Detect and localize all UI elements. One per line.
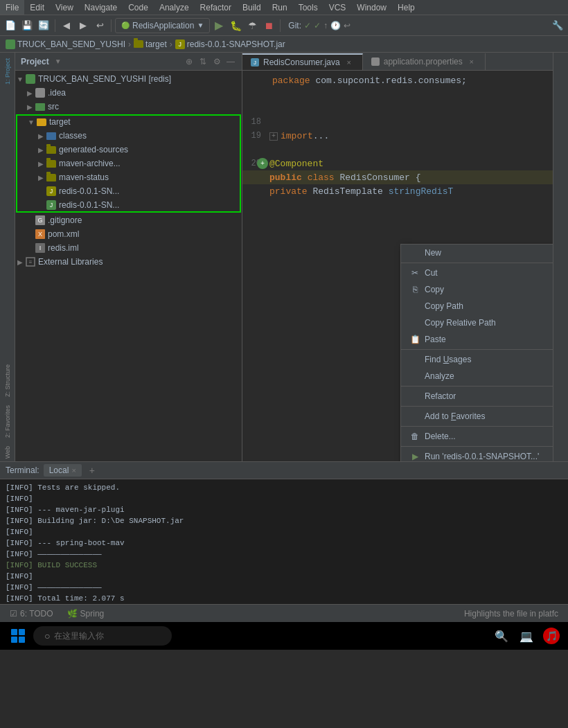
settings-btn[interactable]: 🔧 xyxy=(550,18,565,33)
menu-view[interactable]: View xyxy=(50,0,79,15)
fold-import[interactable]: + xyxy=(269,132,278,141)
back-btn[interactable]: ◀ xyxy=(59,18,74,33)
breadcrumb-project[interactable]: TRUCK_BAN_SEND_YUSHI xyxy=(6,39,125,49)
side-icon-web[interactable]: Web xyxy=(1,443,14,461)
annotation-icon: + xyxy=(257,158,268,169)
ctx-run[interactable]: ▶ Run 'redis-0.0.1-SNAPSHOT...' Ctrl+Shi… xyxy=(401,448,553,461)
tree-item-root[interactable]: ▼ TRUCK_BAN_SEND_YUSHI [redis] xyxy=(15,72,242,86)
panel-sync-icon[interactable]: ⇅ xyxy=(197,56,208,67)
menu-run[interactable]: Run xyxy=(267,0,293,15)
tree-item-extlib[interactable]: ▶ ≡ External Libraries xyxy=(15,255,242,269)
editor-tabs: J RedisConsumer.java × application.prope… xyxy=(242,53,553,71)
panel-dropdown-arrow[interactable]: ▼ xyxy=(55,57,62,65)
taskbar-icon-search[interactable]: 🔍 xyxy=(490,623,513,648)
tree-item-src[interactable]: ▶ src xyxy=(15,100,242,114)
tree-item-gitignore[interactable]: G .gitignore xyxy=(15,213,242,227)
target-group: ▼ target ▶ classes ▶ xyxy=(17,115,240,212)
tab-app-properties[interactable]: application.properties × xyxy=(363,53,486,70)
code-line-class: public class RedisConsumer { xyxy=(242,170,553,184)
tree-item-classes[interactable]: ▶ classes xyxy=(17,129,240,143)
panel-minimize-icon[interactable]: — xyxy=(225,56,236,67)
menu-code[interactable]: Code xyxy=(123,0,154,15)
start-button[interactable] xyxy=(6,623,30,648)
breadcrumb-folder[interactable]: target xyxy=(134,39,167,49)
terminal-add-btn[interactable]: + xyxy=(86,464,98,477)
save-btn[interactable]: 💾 xyxy=(19,18,35,33)
ctx-sep-3 xyxy=(401,386,553,387)
folder-icon xyxy=(134,40,143,48)
side-icon-favorites[interactable]: 2: Favorites xyxy=(1,402,14,441)
ctx-copy-rel-path[interactable]: Copy Relative Path Ctrl+Alt+Shift+C xyxy=(401,314,553,331)
bottom-tab-spring[interactable]: 🌿 Spring xyxy=(60,607,112,620)
pom-icon: X xyxy=(35,229,46,240)
terminal-content[interactable]: [INFO] Tests are skipped. [INFO] [INFO] … xyxy=(0,479,568,604)
panel-header: Project ▼ ⊕ ⇅ ⚙ — xyxy=(15,53,242,71)
terminal-tab-local[interactable]: Local × xyxy=(44,464,82,477)
menu-vcs[interactable]: VCS xyxy=(323,0,352,15)
ctx-copy[interactable]: ⎘ Copy Ctrl+C xyxy=(401,281,553,298)
panel-add-icon[interactable]: ⊕ xyxy=(184,56,195,67)
tree-item-jar1[interactable]: J redis-0.0.1-SN... xyxy=(17,184,240,198)
ctx-new[interactable]: New ▶ xyxy=(401,245,553,261)
menu-help[interactable]: Help xyxy=(392,0,420,15)
ctx-cut[interactable]: ✂ Cut Ctrl+X xyxy=(401,265,553,281)
menu-build[interactable]: Build xyxy=(237,0,267,15)
menu-file[interactable]: File xyxy=(0,0,24,15)
tree-arrow-maven-arch: ▶ xyxy=(36,160,46,168)
ctx-refactor[interactable]: Refactor ▶ xyxy=(401,388,553,405)
bottom-tab-todo[interactable]: ☑ 6: TODO xyxy=(3,607,60,620)
menu-edit[interactable]: Edit xyxy=(24,0,50,15)
ctx-paste[interactable]: 📋 Paste Ctrl+V xyxy=(401,331,553,348)
ctx-sep-2 xyxy=(401,349,553,350)
coverage-btn[interactable]: ☂ xyxy=(245,18,260,33)
debug-btn[interactable]: 🐛 xyxy=(228,18,243,33)
breadcrumb-file[interactable]: J redis-0.0.1-SNAPSHOT.jar xyxy=(175,39,285,49)
menu-tools[interactable]: Tools xyxy=(293,0,323,15)
new-file-btn[interactable]: 📄 xyxy=(3,18,18,33)
tree-item-jar2[interactable]: J redis-0.0.1-SN... xyxy=(17,198,240,212)
taskbar-search[interactable]: ○ 在这里输入你 xyxy=(33,626,172,646)
run-btn[interactable]: ▶ xyxy=(211,18,227,33)
terminal-tab-close[interactable]: × xyxy=(71,466,76,474)
code-line-blank xyxy=(242,87,553,101)
tree-item-target[interactable]: ▼ target xyxy=(17,115,240,129)
copy-icon: ⎘ xyxy=(409,285,420,294)
panel-settings-icon[interactable]: ⚙ xyxy=(211,56,222,67)
ctx-copy-path[interactable]: Copy Path Ctrl+Shift+C xyxy=(401,298,553,314)
forward-btn[interactable]: ▶ xyxy=(76,18,91,33)
refresh-btn[interactable]: 🔄 xyxy=(36,18,51,33)
menu-analyze[interactable]: Analyze xyxy=(154,0,195,15)
taskbar-icon-app1[interactable]: 💻 xyxy=(515,623,538,648)
tree-item-generated[interactable]: ▶ generated-sources xyxy=(17,143,240,157)
tree-label-generated: generated-sources xyxy=(59,145,128,154)
taskbar-system-icons: 🔍 💻 🎵 xyxy=(490,623,562,648)
tree-item-idea[interactable]: ▶ .idea xyxy=(15,86,242,100)
side-icon-1[interactable]: 1: Project xyxy=(1,55,14,87)
ctx-delete[interactable]: 🗑 Delete... Delete xyxy=(401,428,553,445)
run-config-selector[interactable]: 🟢 RedisApplication ▼ xyxy=(115,18,210,33)
editor-area[interactable]: package com.supconit.redis.consumes; 18 … xyxy=(242,71,553,461)
ctx-add-favorites[interactable]: Add to Favorites ▶ xyxy=(401,408,553,425)
tab-close-redis[interactable]: × xyxy=(344,57,354,67)
tree-item-maven-status[interactable]: ▶ maven-status xyxy=(17,170,240,184)
menu-navigate[interactable]: Navigate xyxy=(79,0,123,15)
run-config-arrow: ▼ xyxy=(197,21,204,29)
stop-btn[interactable]: ⏹ xyxy=(261,18,276,33)
ctx-analyze[interactable]: Analyze ▶ xyxy=(401,368,553,384)
tree-item-maven-arch[interactable]: ▶ maven-archive... xyxy=(17,157,240,170)
ctx-find-usages[interactable]: Find Usages Alt+F7 xyxy=(401,351,553,368)
iml-icon: I xyxy=(35,242,46,254)
tab-redis-consumer[interactable]: J RedisConsumer.java × xyxy=(242,53,363,70)
todo-label: 6: TODO xyxy=(20,609,53,619)
tree-item-pom[interactable]: X pom.xml xyxy=(15,227,242,241)
main-area: 1: Project Z: Structure 2: Favorites Web… xyxy=(0,53,568,461)
idea-icon xyxy=(35,87,46,98)
menu-refactor[interactable]: Refactor xyxy=(195,0,237,15)
tree-item-iml[interactable]: I redis.iml xyxy=(15,241,242,255)
side-icon-structure[interactable]: Z: Structure xyxy=(1,362,14,400)
search-icon: ○ xyxy=(44,630,50,641)
taskbar-icon-app2[interactable]: 🎵 xyxy=(540,623,562,648)
menu-window[interactable]: Window xyxy=(351,0,392,15)
tab-close-props[interactable]: × xyxy=(467,57,477,66)
revert-btn[interactable]: ↩ xyxy=(92,18,107,33)
